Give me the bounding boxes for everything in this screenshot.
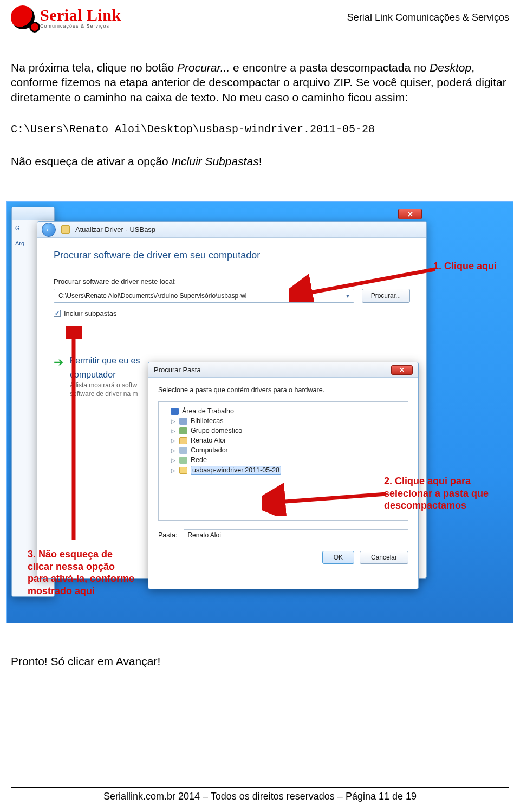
expand-icon[interactable]: ▷ <box>171 467 176 473</box>
path-value: C:\Users\Renato Aloi\Documents\Arduino S… <box>58 292 247 300</box>
header-divider <box>11 33 509 33</box>
tree-item-label: Bibliotecas <box>191 417 223 425</box>
ic-user-icon <box>179 437 187 444</box>
mono-path: C:\Users\Renato Aloi\Desktop\usbasp-wind… <box>11 123 509 135</box>
browse-title: Procurar Pasta <box>154 366 201 374</box>
footer-divider <box>11 787 509 788</box>
tree-item-label: Rede <box>191 456 207 464</box>
tree-item[interactable]: ▷Bibliotecas <box>162 416 405 426</box>
tree-item[interactable]: ▷Grupo doméstico <box>162 426 405 436</box>
tree-item[interactable]: ▷Rede <box>162 455 405 465</box>
after-i: Avançar <box>116 655 158 667</box>
brand-main: Serial Link <box>40 6 121 24</box>
ic-net-icon <box>179 457 187 464</box>
annotation-2: 2. Clique aqui para selecionar a pasta q… <box>384 475 498 512</box>
body-paragraph-2: Não esqueça de ativar a opção Incluir Su… <box>11 154 509 168</box>
screenshot-area: G Arq ✕ ← Atualizar Driver - USBasp Proc… <box>6 201 514 623</box>
header-right-text: Serial Link Comunicações & Serviços <box>347 12 509 23</box>
p1-seg-a: Na próxima tela, clique no botão <box>11 61 177 74</box>
arrow-1-icon <box>289 264 440 302</box>
include-subfolders-checkbox[interactable]: ✓ Incluir subpastas <box>54 309 410 317</box>
window-icon <box>61 225 70 234</box>
annotation-3: 3. Não esqueça de clicar nessa opção par… <box>28 548 136 597</box>
arrow-right-icon: ➔ <box>54 355 63 369</box>
annotation-1: 1. Clique aqui <box>433 260 497 272</box>
close-button[interactable]: ✕ <box>398 209 422 219</box>
ok-button[interactable]: OK <box>322 551 354 564</box>
pasta-label: Pasta: <box>158 531 177 539</box>
after-b: ! <box>157 655 160 667</box>
checkbox-icon[interactable]: ✓ <box>54 310 61 317</box>
browse-close-button[interactable]: ✕ <box>391 365 413 375</box>
p1-seg-b: e encontre a pasta descompactada no <box>230 61 430 74</box>
tree-item[interactable]: ▷usbasp-windriver.2011-05-28 <box>162 465 405 476</box>
window-title: Atualizar Driver - USBasp <box>75 225 155 233</box>
p2-seg-a: Não esqueça de ativar a opção <box>11 155 172 167</box>
logo: Serial Link Comunicações & Serviços <box>11 5 121 29</box>
tree-item[interactable]: ▷Renato Aloi <box>162 436 405 445</box>
browse-subtitle: Selecione a pasta que contém drivers par… <box>158 386 408 394</box>
tree-item[interactable]: Área de Trabalho <box>162 406 405 416</box>
back-button[interactable]: ← <box>42 223 56 237</box>
tree-item-label: Computador <box>191 446 228 454</box>
browse-folder-dialog: Procurar Pasta ✕ Selecione a pasta que c… <box>148 362 419 589</box>
main-heading: Procurar software de driver em seu compu… <box>54 250 410 261</box>
expand-icon[interactable]: ▷ <box>171 428 176 434</box>
pasta-field[interactable]: Renato Aloi <box>184 529 408 541</box>
ic-lib-icon <box>179 418 187 425</box>
cancel-button[interactable]: Cancelar <box>360 551 408 564</box>
body-paragraph-1: Na próxima tela, clique no botão Procura… <box>11 60 509 105</box>
after-text: Pronto! Só clicar em Avançar! <box>0 655 520 668</box>
p2-seg-b: ! <box>259 155 262 167</box>
p1-seg-i2: Desktop <box>430 61 471 74</box>
tree-item-label: Renato Aloi <box>191 437 225 444</box>
arrow-3-icon <box>66 326 82 543</box>
after-a: Pronto! Só clicar em <box>11 655 116 667</box>
ic-pc-icon <box>179 447 187 454</box>
expand-icon[interactable]: ▷ <box>171 438 176 444</box>
logo-mark-icon <box>11 5 35 29</box>
ic-desktop-icon <box>171 408 179 415</box>
arrow-2-icon <box>262 478 397 516</box>
p1-seg-i: Procurar... <box>177 61 230 74</box>
include-subfolders-label: Incluir subpastas <box>64 309 117 317</box>
expand-icon[interactable]: ▷ <box>171 447 176 453</box>
ic-group-icon <box>179 427 187 434</box>
ic-folder-icon <box>179 467 187 474</box>
footer-text: Seriallink.com.br 2014 – Todos os direit… <box>0 791 520 802</box>
tree-item[interactable]: ▷Computador <box>162 445 405 455</box>
tree-item-label: Área de Trabalho <box>182 407 234 415</box>
tree-item-label: usbasp-windriver.2011-05-28 <box>191 466 281 475</box>
brand-sub: Comunicações & Serviços <box>40 23 121 29</box>
svg-line-0 <box>305 269 435 294</box>
p2-seg-i: Incluir Subpastas <box>172 155 259 167</box>
expand-icon[interactable]: ▷ <box>171 418 176 424</box>
svg-line-1 <box>278 494 386 502</box>
expand-icon[interactable]: ▷ <box>171 457 176 463</box>
tree-item-label: Grupo doméstico <box>191 427 242 434</box>
